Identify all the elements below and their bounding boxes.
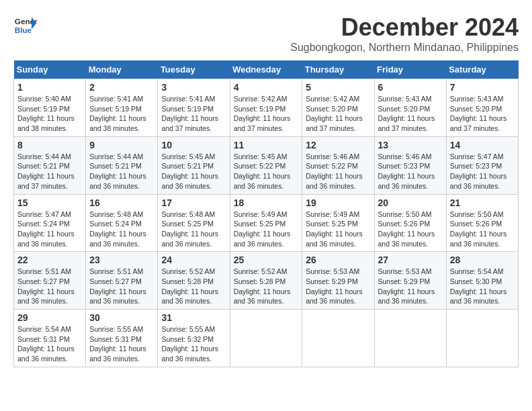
col-tuesday: Tuesday bbox=[158, 60, 230, 79]
day-info: Sunrise: 5:41 AMSunset: 5:19 PMDaylight:… bbox=[161, 94, 226, 134]
day-info: Sunrise: 5:49 AMSunset: 5:25 PMDaylight:… bbox=[306, 210, 370, 249]
day-number: 22 bbox=[17, 255, 82, 265]
month-title: December 2024 bbox=[290, 13, 519, 42]
day-number: 9 bbox=[89, 140, 154, 150]
calendar-cell: 28Sunrise: 5:54 AMSunset: 5:30 PMDayligh… bbox=[446, 252, 518, 310]
day-info: Sunrise: 5:51 AMSunset: 5:27 PMDaylight:… bbox=[89, 267, 154, 306]
calendar-cell: 31Sunrise: 5:55 AMSunset: 5:32 PMDayligh… bbox=[158, 310, 230, 367]
svg-text:Blue: Blue bbox=[15, 26, 32, 34]
day-info: Sunrise: 5:43 AMSunset: 5:20 PMDaylight:… bbox=[378, 94, 443, 134]
calendar-cell: 20Sunrise: 5:50 AMSunset: 5:26 PMDayligh… bbox=[374, 194, 446, 252]
day-info: Sunrise: 5:55 AMSunset: 5:32 PMDaylight:… bbox=[161, 324, 226, 364]
day-info: Sunrise: 5:53 AMSunset: 5:29 PMDaylight:… bbox=[378, 267, 443, 306]
day-number: 2 bbox=[89, 82, 154, 93]
calendar-cell: 5Sunrise: 5:42 AMSunset: 5:20 PMDaylight… bbox=[302, 79, 374, 137]
day-number: 30 bbox=[89, 312, 154, 323]
day-number: 18 bbox=[234, 197, 299, 208]
calendar-table: Sunday Monday Tuesday Wednesday Thursday… bbox=[13, 60, 519, 367]
day-info: Sunrise: 5:50 AMSunset: 5:26 PMDaylight:… bbox=[378, 210, 443, 249]
calendar-cell: 25Sunrise: 5:52 AMSunset: 5:28 PMDayligh… bbox=[230, 252, 302, 310]
calendar-cell: 11Sunrise: 5:45 AMSunset: 5:22 PMDayligh… bbox=[230, 136, 302, 194]
day-number: 25 bbox=[234, 255, 299, 265]
calendar-cell: 18Sunrise: 5:49 AMSunset: 5:25 PMDayligh… bbox=[230, 194, 302, 252]
day-number: 11 bbox=[234, 140, 299, 150]
day-number: 10 bbox=[161, 140, 226, 150]
calendar-row: 22Sunrise: 5:51 AMSunset: 5:27 PMDayligh… bbox=[14, 252, 519, 310]
calendar-cell: 7Sunrise: 5:43 AMSunset: 5:20 PMDaylight… bbox=[446, 79, 518, 137]
day-number: 28 bbox=[450, 255, 515, 265]
calendar-cell: 21Sunrise: 5:50 AMSunset: 5:26 PMDayligh… bbox=[446, 194, 518, 252]
day-info: Sunrise: 5:41 AMSunset: 5:19 PMDaylight:… bbox=[89, 94, 154, 134]
location-title: Sugbongkogon, Northern Mindanao, Philipp… bbox=[290, 42, 519, 54]
header-row: Sunday Monday Tuesday Wednesday Thursday… bbox=[14, 60, 519, 79]
calendar-cell: 6Sunrise: 5:43 AMSunset: 5:20 PMDaylight… bbox=[374, 79, 446, 137]
day-info: Sunrise: 5:45 AMSunset: 5:22 PMDaylight:… bbox=[234, 152, 299, 191]
day-number: 1 bbox=[17, 82, 82, 93]
day-number: 3 bbox=[161, 82, 226, 93]
calendar-cell: 26Sunrise: 5:53 AMSunset: 5:29 PMDayligh… bbox=[302, 252, 374, 310]
day-info: Sunrise: 5:44 AMSunset: 5:21 PMDaylight:… bbox=[17, 152, 82, 191]
header: General Blue December 2024 Sugbongkogon,… bbox=[13, 13, 519, 54]
col-saturday: Saturday bbox=[446, 60, 518, 79]
calendar-cell: 3Sunrise: 5:41 AMSunset: 5:19 PMDaylight… bbox=[158, 79, 230, 137]
calendar-cell: 2Sunrise: 5:41 AMSunset: 5:19 PMDaylight… bbox=[86, 79, 158, 137]
calendar-cell: 12Sunrise: 5:46 AMSunset: 5:22 PMDayligh… bbox=[302, 136, 374, 194]
day-info: Sunrise: 5:49 AMSunset: 5:25 PMDaylight:… bbox=[234, 210, 299, 249]
page-container: General Blue December 2024 Sugbongkogon,… bbox=[13, 13, 519, 367]
calendar-cell: 13Sunrise: 5:46 AMSunset: 5:23 PMDayligh… bbox=[374, 136, 446, 194]
day-info: Sunrise: 5:54 AMSunset: 5:31 PMDaylight:… bbox=[17, 324, 82, 364]
calendar-cell: 4Sunrise: 5:42 AMSunset: 5:19 PMDaylight… bbox=[230, 79, 302, 137]
day-number: 31 bbox=[161, 312, 226, 323]
day-number: 8 bbox=[17, 140, 82, 150]
col-sunday: Sunday bbox=[14, 60, 86, 79]
day-info: Sunrise: 5:50 AMSunset: 5:26 PMDaylight:… bbox=[450, 210, 515, 249]
day-info: Sunrise: 5:47 AMSunset: 5:23 PMDaylight:… bbox=[450, 152, 515, 191]
calendar-cell: 24Sunrise: 5:52 AMSunset: 5:28 PMDayligh… bbox=[158, 252, 230, 310]
calendar-cell: 29Sunrise: 5:54 AMSunset: 5:31 PMDayligh… bbox=[14, 310, 86, 367]
calendar-cell: 15Sunrise: 5:47 AMSunset: 5:24 PMDayligh… bbox=[14, 194, 86, 252]
day-info: Sunrise: 5:52 AMSunset: 5:28 PMDaylight:… bbox=[161, 267, 226, 306]
day-info: Sunrise: 5:42 AMSunset: 5:20 PMDaylight:… bbox=[306, 94, 370, 134]
day-info: Sunrise: 5:52 AMSunset: 5:28 PMDaylight:… bbox=[234, 267, 299, 306]
day-number: 26 bbox=[306, 255, 370, 265]
day-number: 15 bbox=[17, 197, 82, 208]
day-number: 16 bbox=[89, 197, 154, 208]
day-number: 19 bbox=[306, 197, 370, 208]
calendar-cell: 8Sunrise: 5:44 AMSunset: 5:21 PMDaylight… bbox=[14, 136, 86, 194]
day-info: Sunrise: 5:46 AMSunset: 5:23 PMDaylight:… bbox=[378, 152, 443, 191]
calendar-cell: 16Sunrise: 5:48 AMSunset: 5:24 PMDayligh… bbox=[86, 194, 158, 252]
day-number: 17 bbox=[161, 197, 226, 208]
day-info: Sunrise: 5:45 AMSunset: 5:21 PMDaylight:… bbox=[161, 152, 226, 191]
calendar-cell: 23Sunrise: 5:51 AMSunset: 5:27 PMDayligh… bbox=[86, 252, 158, 310]
calendar-cell: 10Sunrise: 5:45 AMSunset: 5:21 PMDayligh… bbox=[158, 136, 230, 194]
calendar-cell: 30Sunrise: 5:55 AMSunset: 5:31 PMDayligh… bbox=[86, 310, 158, 367]
day-number: 23 bbox=[89, 255, 154, 265]
day-number: 27 bbox=[378, 255, 443, 265]
day-number: 24 bbox=[161, 255, 226, 265]
day-number: 7 bbox=[450, 82, 515, 93]
calendar-cell: 1Sunrise: 5:40 AMSunset: 5:19 PMDaylight… bbox=[14, 79, 86, 137]
calendar-cell: 19Sunrise: 5:49 AMSunset: 5:25 PMDayligh… bbox=[302, 194, 374, 252]
day-info: Sunrise: 5:54 AMSunset: 5:30 PMDaylight:… bbox=[450, 267, 515, 306]
calendar-row: 15Sunrise: 5:47 AMSunset: 5:24 PMDayligh… bbox=[14, 194, 519, 252]
day-info: Sunrise: 5:48 AMSunset: 5:24 PMDaylight:… bbox=[89, 210, 154, 249]
day-number: 6 bbox=[378, 82, 443, 93]
day-info: Sunrise: 5:42 AMSunset: 5:19 PMDaylight:… bbox=[234, 94, 299, 134]
day-info: Sunrise: 5:40 AMSunset: 5:19 PMDaylight:… bbox=[17, 94, 82, 134]
day-number: 4 bbox=[234, 82, 299, 93]
day-number: 21 bbox=[450, 197, 515, 208]
calendar-cell: 14Sunrise: 5:47 AMSunset: 5:23 PMDayligh… bbox=[446, 136, 518, 194]
calendar-cell bbox=[230, 310, 302, 367]
day-number: 12 bbox=[306, 140, 370, 150]
logo: General Blue bbox=[13, 13, 38, 38]
calendar-cell bbox=[374, 310, 446, 367]
calendar-cell: 22Sunrise: 5:51 AMSunset: 5:27 PMDayligh… bbox=[14, 252, 86, 310]
day-info: Sunrise: 5:47 AMSunset: 5:24 PMDaylight:… bbox=[17, 210, 82, 249]
col-friday: Friday bbox=[374, 60, 446, 79]
calendar-cell: 27Sunrise: 5:53 AMSunset: 5:29 PMDayligh… bbox=[374, 252, 446, 310]
col-monday: Monday bbox=[86, 60, 158, 79]
day-number: 14 bbox=[450, 140, 515, 150]
day-info: Sunrise: 5:48 AMSunset: 5:25 PMDaylight:… bbox=[161, 210, 226, 249]
col-wednesday: Wednesday bbox=[230, 60, 302, 79]
day-number: 13 bbox=[378, 140, 443, 150]
